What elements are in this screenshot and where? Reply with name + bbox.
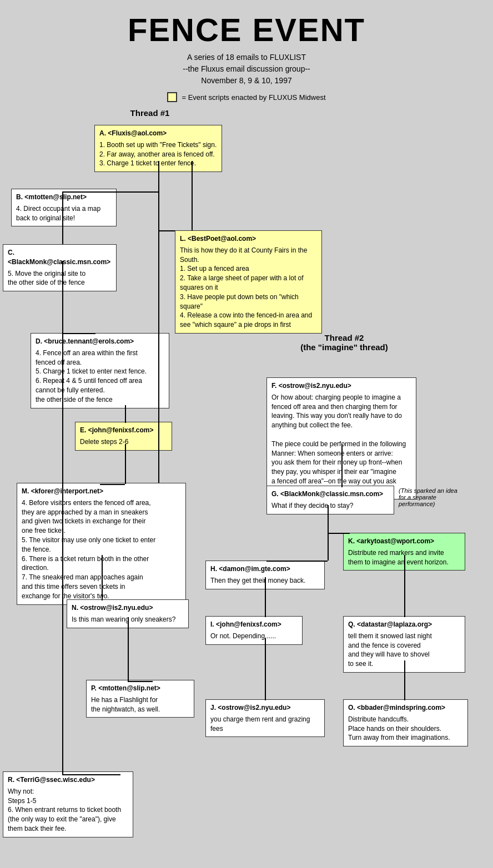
node-P: P. <mtotten@slip.net> He has a Flashligh… <box>86 680 194 718</box>
subtitle-line2: --the Fluxus email discussion group-- <box>6 63 487 75</box>
node-P-body: He has a Flashlight for the nightwatch, … <box>91 695 189 714</box>
node-A-header: A. <Fluxis@aol.com> <box>99 129 217 138</box>
node-B-body: 4. Direct occupant via a map back to ori… <box>16 204 112 223</box>
line-Q-O <box>404 660 405 700</box>
line-H-I <box>265 577 266 617</box>
node-C-header: C. <BlackMonk@classic.msn.com> <box>8 248 112 267</box>
node-D: D. <bruce.tennant@erols.com> 4. Fence of… <box>31 333 169 408</box>
node-J-header: J. <ostrow@is2.nyu.edu> <box>210 703 320 713</box>
node-L-body: This is how they do it at County Fairs i… <box>180 246 317 330</box>
line-A-B-v <box>62 191 63 208</box>
line-main-left <box>62 333 63 774</box>
subtitle: A series of 18 emails to FLUXLIST --the … <box>6 52 487 87</box>
node-B-header: B. <mtotten@slip.net> <box>16 193 112 202</box>
node-O-body: Distribute handcuffs. Place hands on the… <box>348 715 463 743</box>
line-M-N <box>102 555 103 600</box>
line-D-E <box>125 405 126 423</box>
line-A-L <box>192 161 193 230</box>
node-J-body: you charge them rent and grazing fees <box>210 715 320 734</box>
node-D-body: 4. Fence off an area within the first fe… <box>36 349 164 405</box>
node-R-body: Why not: Steps 1-5 6. When entrant retur… <box>8 787 128 834</box>
node-B: B. <mtotten@slip.net> 4. Direct occupant… <box>11 189 117 226</box>
line-G-K-h <box>328 533 350 534</box>
node-R: R. <TerriG@ssec.wisc.edu> Why not: Steps… <box>3 771 133 837</box>
node-M-header: M. <kforer@interport.net> <box>22 487 181 496</box>
line-to-R-h <box>62 774 120 775</box>
legend: = Event scripts enacted by FLUXUS Midwes… <box>6 92 487 102</box>
node-R-header: R. <TerriG@ssec.wisc.edu> <box>8 775 128 785</box>
line-A-down <box>158 161 159 191</box>
line-K-Q <box>404 555 405 617</box>
line-B-C <box>62 208 63 244</box>
line-G-H-h <box>266 561 328 562</box>
node-H-header: H. <damon@im.gte.com> <box>210 564 320 574</box>
node-E: E. <john@fenixsf.com> Delete steps 2-6 <box>75 422 172 451</box>
node-L-header: L. <BestPoet@aol.com> <box>180 234 317 244</box>
thread1-label: Thread #1 <box>94 108 205 118</box>
legend-box <box>167 92 177 102</box>
node-Q-header: Q. <datastar@laplaza.org> <box>348 620 460 629</box>
line-N-P-h <box>128 681 153 682</box>
node-G-body: What if they decide to stay? <box>271 501 389 511</box>
line-F-G <box>341 444 343 487</box>
line-A-B-h <box>62 191 158 193</box>
node-N-header: N. <ostrow@is2.nyu.edu> <box>72 603 184 613</box>
line-E-M <box>125 444 126 484</box>
legend-text: = Event scripts enacted by FLUXUS Midwes… <box>182 93 325 102</box>
line-I-J <box>265 638 266 700</box>
node-E-body: Delete steps 2-6 <box>80 437 167 447</box>
line-N-P <box>128 617 129 681</box>
node-L: L. <BestPoet@aol.com> This is how they d… <box>175 230 322 334</box>
node-I: I. <john@fenixsf.com> Or not. Depending.… <box>205 616 303 645</box>
line-C-D <box>62 261 63 333</box>
node-I-body: Or not. Depending...... <box>210 632 298 641</box>
node-C-body: 5. Move the original site to the other s… <box>8 269 112 288</box>
line-E-M-h <box>100 484 125 485</box>
node-G-header: G. <BlackMonk@classic.msn.com> <box>271 489 389 499</box>
node-K-header: K. <arkytoast@wport.com> <box>348 537 460 546</box>
node-D-header: D. <bruce.tennant@erols.com> <box>36 337 164 346</box>
node-G: G. <BlackMonk@classic.msn.com> What if t… <box>266 486 394 514</box>
node-F-header: F. <ostrow@is2.nyu.edu> <box>271 381 411 391</box>
node-C: C. <BlackMonk@classic.msn.com> 5. Move t… <box>3 244 117 291</box>
line-center-v2 <box>158 341 159 483</box>
line-A-L-h2 <box>158 230 175 231</box>
sparked-note: (This sparked an idea for a separate per… <box>399 487 462 507</box>
node-P-header: P. <mtotten@slip.net> <box>91 684 189 693</box>
node-J: J. <ostrow@is2.nyu.edu> you charge them … <box>205 699 325 737</box>
node-I-header: I. <john@fenixsf.com> <box>210 620 298 629</box>
thread2-label: Thread #2(the "imagine" thread) <box>283 333 405 352</box>
subtitle-line3: November 8, 9 & 10, 1997 <box>6 75 487 87</box>
page: FENCE EVENT A series of 18 emails to FLU… <box>0 0 493 868</box>
page-title: FENCE EVENT <box>6 11 487 48</box>
node-O-header: O. <bbader@mindspring.com> <box>348 703 463 713</box>
line-center-v <box>158 191 159 341</box>
subtitle-line1: A series of 18 emails to FLUXLIST <box>6 52 487 63</box>
node-O: O. <bbader@mindspring.com> Distribute ha… <box>343 699 468 746</box>
line-C-D-h <box>62 333 95 334</box>
node-E-header: E. <john@fenixsf.com> <box>80 426 167 435</box>
